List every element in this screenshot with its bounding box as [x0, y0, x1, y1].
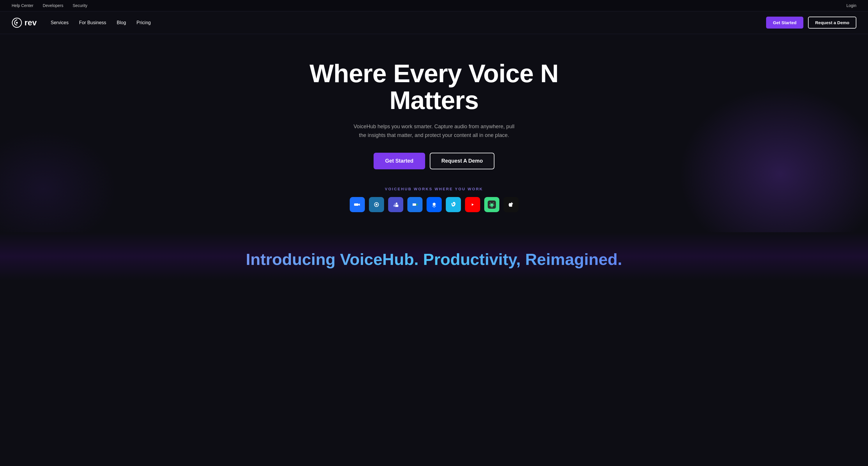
- nav-request-demo-button[interactable]: Request a Demo: [808, 17, 856, 29]
- main-nav: rev Services For Business Blog Pricing G…: [0, 11, 868, 34]
- svg-point-18: [492, 204, 493, 205]
- svg-rect-20: [494, 204, 494, 206]
- nav-left: rev Services For Business Blog Pricing: [12, 18, 151, 28]
- hero-get-started-button[interactable]: Get Started: [374, 153, 425, 169]
- hero-subtitle: VoiceHub helps you work smarter. Capture…: [352, 122, 516, 140]
- help-center-link[interactable]: Help Center: [12, 3, 33, 8]
- hero-title: Where Every Voice N Matters: [274, 60, 594, 114]
- apple-icon[interactable]: [503, 197, 519, 212]
- nav-get-started-button[interactable]: Get Started: [766, 17, 804, 29]
- rev-logo-icon: [12, 18, 22, 28]
- integration-section: VOICEHUB WORKS WHERE YOU WORK: [350, 187, 519, 212]
- svg-point-7: [396, 203, 398, 204]
- svg-point-17: [491, 204, 492, 205]
- top-bar-links: Help Center Developers Security: [12, 3, 87, 8]
- webex-icon[interactable]: [369, 197, 384, 212]
- vimeo-icon[interactable]: [446, 197, 461, 212]
- dropbox-icon[interactable]: [427, 197, 442, 212]
- nav-right: Get Started Request a Demo: [766, 17, 856, 29]
- bottom-title: Introducing VoiceHub. Productivity, Reim…: [12, 250, 856, 269]
- integration-icons: [350, 197, 519, 212]
- blog-nav-link[interactable]: Blog: [117, 20, 126, 25]
- hero-request-demo-button[interactable]: Request A Demo: [430, 153, 495, 169]
- android-icon[interactable]: [484, 197, 499, 212]
- bottom-section: Introducing VoiceHub. Productivity, Reim…: [0, 232, 868, 280]
- services-nav-link[interactable]: Services: [51, 20, 68, 25]
- svg-rect-19: [490, 204, 490, 206]
- pricing-nav-link[interactable]: Pricing: [136, 20, 151, 25]
- svg-point-5: [376, 204, 377, 205]
- security-link[interactable]: Security: [73, 3, 88, 8]
- for-business-nav-link[interactable]: For Business: [79, 20, 106, 25]
- nav-links: Services For Business Blog Pricing: [51, 20, 151, 25]
- hero-buttons: Get Started Request A Demo: [374, 153, 495, 169]
- svg-rect-13: [449, 201, 458, 209]
- logo-text: rev: [25, 18, 37, 27]
- logo[interactable]: rev: [12, 18, 37, 28]
- hero-section: Where Every Voice N Matters VoiceHub hel…: [0, 34, 868, 232]
- svg-point-1: [16, 22, 18, 24]
- youtube-icon[interactable]: [465, 197, 480, 212]
- svg-point-9: [394, 203, 396, 205]
- google-meet-icon[interactable]: [407, 197, 423, 212]
- integration-label: VOICEHUB WORKS WHERE YOU WORK: [385, 187, 483, 191]
- developers-link[interactable]: Developers: [43, 3, 63, 8]
- login-link[interactable]: Login: [846, 3, 856, 8]
- teams-icon[interactable]: [388, 197, 403, 212]
- top-bar-right: Login: [846, 3, 856, 8]
- top-bar: Help Center Developers Security Login: [0, 0, 868, 11]
- zoom-icon[interactable]: [350, 197, 365, 212]
- svg-rect-10: [393, 205, 396, 207]
